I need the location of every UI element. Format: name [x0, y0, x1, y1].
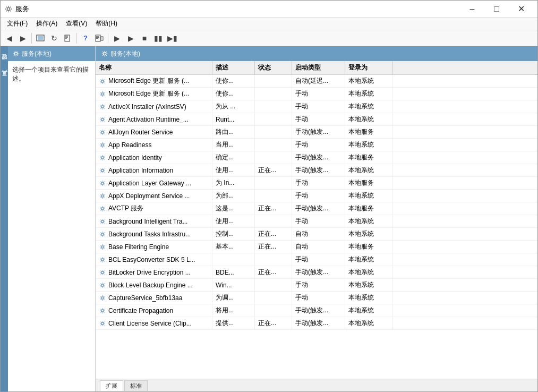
svg-point-33	[101, 322, 104, 324]
table-row[interactable]: CaptureService_5bfb13aa 为调... 手动 本地系统	[96, 292, 537, 304]
svg-point-21	[101, 169, 104, 171]
maximize-button[interactable]: □	[484, 1, 509, 18]
forward-button[interactable]: ▶	[16, 32, 29, 45]
stop-button[interactable]: ■	[138, 32, 151, 45]
cell-desc: 确定...	[212, 151, 255, 164]
cell-desc: 为从 ...	[212, 100, 255, 113]
panel-gear-icon	[101, 50, 108, 57]
table-row[interactable]: Microsoft Edge 更新 服务 (... 使你... 手动 本地系统	[96, 88, 537, 100]
cell-login: 本地服务	[345, 241, 393, 253]
menu-action[interactable]: 操作(A)	[32, 18, 62, 30]
svg-point-27	[101, 245, 104, 248]
refresh-button[interactable]: ↻	[48, 32, 61, 45]
row-gear-icon	[99, 243, 106, 251]
table-row[interactable]: Certificate Propagation 将用... 手动(触发... 本…	[96, 304, 537, 317]
back-button[interactable]: ◀	[3, 32, 15, 45]
table-row[interactable]: Block Level Backup Engine ... Win... 手动 …	[96, 279, 537, 292]
start2-button[interactable]: ▶	[124, 32, 137, 45]
properties-button[interactable]	[93, 32, 106, 45]
cell-name: CaptureService_5bfb13aa	[96, 292, 212, 304]
table-row[interactable]: Application Information 使用... 正在... 手动(触…	[96, 164, 537, 177]
cell-desc: Win...	[212, 279, 255, 291]
export-button[interactable]	[62, 32, 74, 45]
cell-startup: 手动(触发...	[292, 164, 345, 176]
table-row[interactable]: AVCTP 服务 这是... 正在... 手动(触发... 本地服务	[96, 202, 537, 215]
cell-name: Application Identity	[96, 151, 212, 164]
cell-login: 本地系统	[345, 75, 393, 87]
svg-point-17	[101, 118, 104, 120]
cell-desc	[212, 253, 255, 266]
tab-standard[interactable]: 标准	[124, 380, 148, 391]
console-icon	[36, 34, 45, 42]
svg-point-25	[101, 220, 104, 222]
properties-icon	[95, 34, 104, 42]
export-icon	[64, 34, 72, 42]
close-button[interactable]: ✕	[509, 1, 533, 18]
cell-name: Certificate Propagation	[96, 304, 212, 317]
cell-status	[255, 126, 292, 138]
table-row[interactable]: AllJoyn Router Service 路由... 手动(触发... 本地…	[96, 126, 537, 139]
col-desc[interactable]: 描述	[212, 61, 255, 74]
row-gear-icon	[99, 269, 106, 276]
pause-button[interactable]: ▮▮	[152, 32, 165, 45]
cell-login: 本地服务	[345, 177, 393, 189]
table-row[interactable]: Agent Activation Runtime_... Runt... 手动 …	[96, 113, 537, 126]
show-console-button[interactable]	[34, 32, 47, 45]
help-icon-button[interactable]: ?	[79, 32, 92, 45]
col-name[interactable]: 名称	[96, 61, 212, 74]
cell-desc: 使用...	[212, 215, 255, 227]
row-gear-icon	[99, 218, 106, 225]
cell-status	[255, 253, 292, 266]
cell-name: Microsoft Edge 更新 服务 (...	[96, 75, 212, 87]
cell-status	[255, 279, 292, 291]
cell-status	[255, 177, 292, 189]
cell-name: Background Tasks Infrastru...	[96, 228, 212, 240]
cell-desc: Runt...	[212, 113, 255, 125]
table-row[interactable]: Base Filtering Engine 基本... 正在... 自动 本地服…	[96, 241, 537, 253]
start-button[interactable]: ▶	[110, 32, 123, 45]
row-gear-icon	[99, 192, 106, 200]
cell-startup: 手动(触发...	[292, 126, 345, 138]
table-row[interactable]: App Readiness 当用... 手动 本地系统	[96, 139, 537, 151]
table-row[interactable]: Background Tasks Infrastru... 控制... 正在..…	[96, 228, 537, 241]
table-row[interactable]: AppX Deployment Service ... 为部... 手动 本地系…	[96, 190, 537, 202]
cell-startup: 手动	[292, 88, 345, 100]
table-row[interactable]: ActiveX Installer (AxInstSV) 为从 ... 手动 本…	[96, 100, 537, 113]
table-row[interactable]: BCL EasyConverter SDK 5 L... 手动 本地系统	[96, 253, 537, 266]
panel-header: 服务(本地)	[96, 46, 537, 61]
table-row[interactable]: Application Identity 确定... 手动(触发... 本地服务	[96, 151, 537, 164]
row-gear-icon	[99, 320, 106, 327]
row-gear-icon	[99, 282, 106, 289]
svg-point-15	[101, 92, 104, 95]
cell-startup: 手动(触发...	[292, 151, 345, 164]
cell-login: 本地系统	[345, 100, 393, 113]
cell-login: 本地系统	[345, 266, 393, 278]
services-table[interactable]: 名称 描述 状态 启动类型 登录为 Microsoft Edge 更新 服务 (…	[96, 61, 537, 379]
table-body: Microsoft Edge 更新 服务 (... 使你... 自动(延迟...…	[96, 75, 537, 330]
table-row[interactable]: Microsoft Edge 更新 服务 (... 使你... 自动(延迟...…	[96, 75, 537, 88]
cell-desc: 提供...	[212, 317, 255, 329]
svg-rect-4	[65, 36, 68, 37]
panel-title: 服务(本地)	[110, 49, 140, 58]
svg-point-24	[101, 207, 104, 209]
col-status[interactable]: 状态	[255, 61, 292, 74]
cell-name: Application Layer Gateway ...	[96, 177, 212, 189]
col-startup[interactable]: 启动类型	[292, 61, 345, 74]
table-row[interactable]: Application Layer Gateway ... 为 In... 手动…	[96, 177, 537, 190]
cell-desc: 使你...	[212, 75, 255, 87]
row-gear-icon	[99, 307, 106, 314]
table-row[interactable]: Background Intelligent Tra... 使用... 手动 本…	[96, 215, 537, 228]
toolbar-sep-2	[76, 33, 77, 44]
svg-point-23	[101, 194, 104, 197]
table-row[interactable]: BitLocker Drive Encryption ... BDE... 正在…	[96, 266, 537, 279]
col-login[interactable]: 登录为	[345, 61, 393, 74]
step-button[interactable]: ▶▮	[166, 32, 178, 45]
table-row[interactable]: Client License Service (Clip... 提供... 正在…	[96, 317, 537, 330]
menu-file[interactable]: 文件(F)	[3, 18, 32, 30]
minimize-button[interactable]: –	[460, 1, 484, 18]
menu-help[interactable]: 帮助(H)	[91, 18, 122, 30]
tab-expand[interactable]: 扩展	[100, 380, 123, 391]
menu-view[interactable]: 查看(V)	[62, 18, 91, 30]
cell-desc: 这是...	[212, 202, 255, 215]
cell-status: 正在...	[255, 317, 292, 329]
